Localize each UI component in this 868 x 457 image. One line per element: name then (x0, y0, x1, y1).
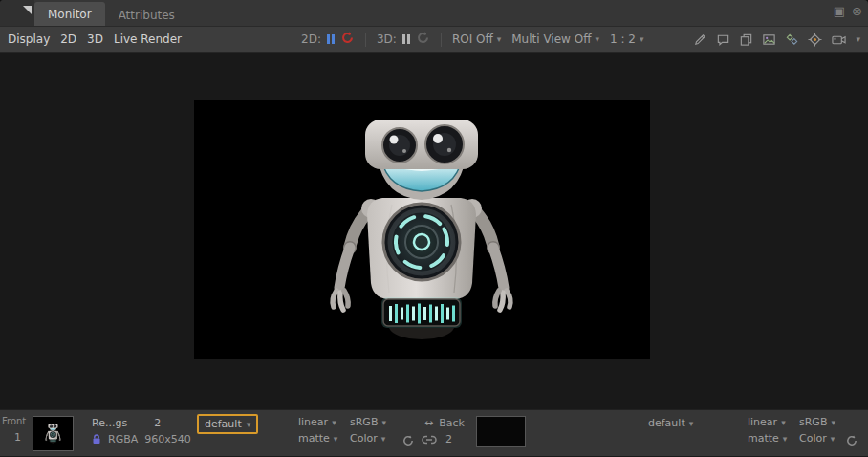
buffer-channels: RGBA (108, 433, 138, 446)
chevron-down-icon[interactable]: ▾ (856, 34, 860, 44)
ratio-dropdown[interactable]: 1 : 2 ▾ (610, 33, 643, 46)
back-buffer-thumbnail[interactable] (476, 416, 526, 447)
toolbar-separator (441, 33, 442, 47)
buffer-name: Re...gs (92, 417, 127, 429)
roi-dropdown[interactable]: ROI Off ▾ (452, 33, 501, 46)
right-layer-dropdown[interactable]: default ▾ (648, 417, 693, 429)
copy-icon[interactable] (739, 33, 753, 47)
monitor-panel: Monitor Attributes ▣ ⊗ Display 2D 3D Liv… (0, 0, 868, 457)
buffer-channel-row: RGBA 960x540 (92, 433, 191, 446)
front-buffer-index: 1 (14, 431, 21, 444)
robot-render-image (194, 100, 650, 359)
chevron-down-icon: ▾ (640, 34, 644, 44)
chevron-down-icon: ▾ (689, 419, 694, 428)
group-3d-controls: 3D: (377, 31, 430, 48)
pen-icon[interactable] (693, 33, 707, 47)
front-buffer-thumbnail[interactable] (33, 416, 74, 451)
link-icon[interactable] (422, 434, 437, 448)
front-colorspace-controls: linear ▾ sRGB ▾ matte ▾ Color ▾ (298, 416, 386, 445)
mode-3d-button[interactable]: 3D (87, 33, 103, 46)
tab-attributes[interactable]: Attributes (105, 4, 188, 26)
chevron-down-icon: ▾ (497, 34, 502, 44)
right-update-icon[interactable] (845, 434, 858, 450)
tab-bar: Monitor Attributes ▣ ⊗ (0, 0, 868, 27)
colorspace-dropdown[interactable]: linear ▾ (298, 416, 350, 428)
chevron-down-icon: ▾ (831, 418, 835, 427)
robot-thumbnail-image (33, 417, 73, 450)
chevron-down-icon: ▾ (334, 434, 338, 444)
tab-monitor-label: Monitor (48, 8, 92, 21)
display-menu[interactable]: Display (8, 33, 50, 46)
status-bar: Front 1 Re...gs 2 RGBA 960x540 default ▾… (0, 409, 868, 456)
tab-monitor[interactable]: Monitor (34, 2, 105, 26)
window-controls: ▣ ⊗ (834, 4, 862, 18)
swatches-icon[interactable] (785, 33, 799, 47)
monitor-toolbar: Display 2D 3D Live Render 2D: 3D: ROI Of… (0, 27, 868, 53)
toolbar-separator (365, 33, 366, 47)
monitor-viewport[interactable] (0, 53, 868, 409)
chevron-down-icon: ▾ (781, 418, 786, 427)
camera-icon[interactable] (831, 33, 847, 47)
back-buffer-index: 2 (445, 433, 452, 446)
buffer-name-row: Re...gs 2 (92, 417, 161, 429)
right-matte-label: matte (748, 432, 779, 445)
display-transform-label: sRGB (350, 416, 378, 428)
buffer-resolution: 960x540 (144, 433, 191, 446)
chevron-down-icon: ▾ (332, 418, 336, 427)
right-colorspace-label: linear (748, 416, 777, 428)
right-display-transform-dropdown[interactable]: sRGB ▾ (799, 416, 835, 428)
float-panel-icon[interactable]: ▣ (834, 4, 845, 18)
channel-mode-dropdown[interactable]: Color ▾ (350, 432, 386, 445)
target-icon[interactable] (808, 33, 822, 47)
roi-label: ROI Off (452, 33, 493, 46)
loop-3d-icon[interactable] (416, 31, 430, 48)
multi-view-label: Multi View Off (511, 33, 591, 46)
label-2d: 2D: (301, 33, 321, 46)
chevron-down-icon: ▾ (381, 418, 386, 427)
front-buffer-label: Front (2, 416, 26, 426)
group-2d-controls: 2D: (301, 31, 355, 48)
right-channel-mode-label: Color (799, 432, 827, 445)
back-buffer-group: ↔ Back (424, 417, 465, 429)
panel-menu-icon (23, 6, 32, 14)
right-matte-dropdown[interactable]: matte ▾ (748, 432, 799, 445)
chevron-down-icon: ▾ (247, 420, 251, 429)
chevron-down-icon: ▾ (783, 434, 788, 444)
tab-attributes-label: Attributes (119, 9, 175, 22)
back-colorspace-controls: linear ▾ sRGB ▾ matte ▾ Color ▾ (748, 416, 835, 445)
right-display-transform-label: sRGB (799, 416, 827, 428)
right-colorspace-dropdown[interactable]: linear ▾ (748, 416, 799, 428)
label-3d: 3D: (377, 33, 397, 46)
update-icon[interactable] (401, 434, 415, 450)
pause-3d-icon[interactable] (402, 34, 410, 44)
swap-buffers-icon[interactable]: ↔ (424, 417, 433, 429)
multi-view-dropdown[interactable]: Multi View Off ▾ (511, 33, 599, 46)
ratio-label: 1 : 2 (610, 33, 636, 46)
chevron-down-icon: ▾ (831, 434, 835, 444)
back-buffer-label: Back (439, 417, 465, 429)
lock-icon (92, 434, 101, 445)
layer-label: default (205, 418, 242, 430)
comment-icon[interactable] (716, 33, 730, 47)
display-transform-dropdown[interactable]: sRGB ▾ (350, 416, 386, 428)
panel-menu[interactable] (0, 0, 34, 26)
chevron-down-icon: ▾ (595, 34, 599, 44)
channel-mode-label: Color (350, 432, 378, 445)
colorspace-label: linear (298, 416, 328, 428)
pause-2d-icon[interactable] (327, 34, 335, 44)
toolbar-icon-group: ▾ (693, 33, 860, 47)
live-render-button[interactable]: Live Render (114, 33, 182, 46)
buffer-count: 2 (154, 417, 161, 429)
matte-label: matte (298, 432, 330, 445)
image-icon[interactable] (762, 33, 776, 47)
close-icon[interactable]: ⊗ (852, 4, 862, 18)
matte-dropdown[interactable]: matte ▾ (298, 432, 350, 445)
mode-2d-button[interactable]: 2D (60, 33, 76, 46)
loop-2d-icon[interactable] (340, 31, 355, 48)
right-layer-label: default (648, 417, 685, 429)
render-canvas[interactable] (194, 100, 650, 359)
chevron-down-icon: ▾ (381, 434, 386, 444)
layer-dropdown-selected[interactable]: default ▾ (197, 414, 258, 434)
right-channel-mode-dropdown[interactable]: Color ▾ (799, 432, 835, 445)
